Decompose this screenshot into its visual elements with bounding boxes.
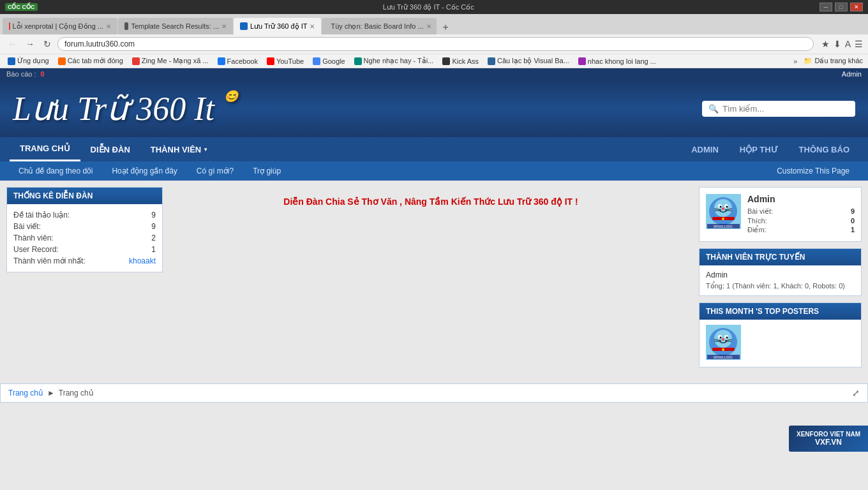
stats-row-3: Thành viên: 2 <box>13 232 156 244</box>
site-header: Lưu Trữ 360 It 😊 🔍 <box>0 80 868 137</box>
refresh-btn[interactable]: ↻ <box>41 38 54 50</box>
online-count: Tổng: 1 (Thành viên: 1, Khách: 0, Robots… <box>706 282 855 290</box>
bookmark-more[interactable]: » <box>793 57 797 65</box>
breadcrumb-home[interactable]: Trang chủ <box>8 389 43 397</box>
settings-icon[interactable]: ☰ <box>855 39 863 49</box>
admin-stat-label-1: Bài viết: <box>747 207 773 216</box>
avatar-image: MR09112001 <box>706 194 741 229</box>
admin-stat-bai-viet: Bài viết: 9 <box>747 207 855 216</box>
bookmark-favicon-google <box>313 57 320 65</box>
stats-value-1: 9 <box>151 211 156 219</box>
bookmark-vb[interactable]: Câu lạc bộ Visual Ba... <box>485 56 572 66</box>
bookmark-favicon-nhac <box>354 57 362 65</box>
tab-label-2: Template Search Results: ... <box>131 22 219 30</box>
bookmark-fb[interactable]: Facebook <box>215 57 260 66</box>
title-bar-left: CỐC CỐC <box>5 3 38 11</box>
svg-point-6 <box>726 206 728 208</box>
subnav-hoat-dong[interactable]: Hoạt động gần đây <box>103 161 186 181</box>
star-icon[interactable]: ★ <box>821 39 830 49</box>
stats-row-5: Thành viên mới nhất: khoaakt <box>13 255 156 267</box>
tab-3[interactable]: Lưu Trữ 360 độ IT ✕ <box>234 18 321 34</box>
svg-point-29 <box>722 348 724 351</box>
bookmark-label-kick: Kick Ass <box>452 57 479 65</box>
tab-close-2[interactable]: ✕ <box>221 23 227 30</box>
tab-label-3: Lưu Trữ 360 độ IT <box>250 22 307 31</box>
minimize-btn[interactable]: ─ <box>819 3 832 11</box>
bookmark-google[interactable]: Google <box>310 57 347 66</box>
svg-point-23 <box>722 338 724 341</box>
download-icon[interactable]: ⬇ <box>834 39 841 49</box>
bookmark-label-yt: YouTube <box>276 57 304 65</box>
bookmark-zing[interactable]: Zing Me - Mạng xã ... <box>130 56 211 66</box>
nav-thong-bao[interactable]: THÔNG BÁO <box>790 138 858 161</box>
bookmark-kick[interactable]: Kick Ass <box>440 57 481 66</box>
svg-text:MR09112001: MR09112001 <box>714 355 733 359</box>
tab-close-3[interactable]: ✕ <box>310 23 315 30</box>
dropdown-arrow-icon: ▼ <box>203 147 208 152</box>
address-input[interactable] <box>57 37 814 51</box>
subnav-customize[interactable]: Customize This Page <box>768 161 858 181</box>
admin-stats: Bài viết: 9 Thích: 0 Điểm: 1 <box>747 207 855 235</box>
stats-label-2: Bài viết: <box>13 222 41 231</box>
breadcrumb-separator: ► <box>47 389 55 397</box>
new-tab-btn[interactable]: + <box>437 20 453 34</box>
stats-box: THỐNG KÊ DIỄN ĐÀN Đề tài thảo luận: 9 Bà… <box>6 187 163 272</box>
expand-icon[interactable]: ⤢ <box>852 388 860 398</box>
nav-trang-chu[interactable]: TRANG CHỦ <box>10 137 80 161</box>
bookmark-favicon-kick <box>442 57 450 65</box>
top-posters-header: THIS MONTH 'S TOP POSTERS <box>700 303 861 320</box>
nav-dien-dan[interactable]: DIỄN ĐÀN <box>80 137 140 161</box>
bookmark-favicon-vb <box>488 57 495 65</box>
stats-row-4: User Record: 1 <box>13 244 156 255</box>
admin-stat-diem: Điểm: 1 <box>747 225 855 235</box>
bookmark-favicon-yt <box>267 57 274 65</box>
watermark: XENFORO VIET NAM VXF.VN <box>789 426 868 451</box>
tab-label-1: Lỗi xenprotal | Cộng Đồng ... <box>13 22 103 31</box>
admin-card: MR09112001 Admin Bài viết: 9 Thích: 0 <box>699 187 862 242</box>
bookmark-favicon-nhac2 <box>578 57 586 65</box>
watermark-line1: XENFORO VIET NAM <box>797 431 860 438</box>
bookmark-folder[interactable]: 📁 Dấu trang khác <box>804 57 863 65</box>
bookmark-favicon-apps <box>8 57 15 65</box>
svg-text:MR09112001: MR09112001 <box>714 225 733 228</box>
bookmark-favicon-tabs <box>58 57 66 65</box>
back-btn[interactable]: ← <box>5 38 19 50</box>
tab-close-4[interactable]: ✕ <box>426 23 431 30</box>
stats-value-5[interactable]: khoaakt <box>129 256 156 265</box>
search-input[interactable] <box>722 104 849 114</box>
nav-admin[interactable]: ADMIN <box>682 138 728 161</box>
tab-4[interactable]: Tùy chọn: Basic Board Info ... ✕ <box>322 18 437 34</box>
maximize-btn[interactable]: □ <box>835 3 848 11</box>
nav-thanh-vien[interactable]: THÀNH VIÊN ▼ <box>140 137 218 161</box>
forum-page: Báo cáo : 0 Admin Lưu Trữ 360 It 😊 🔍 TRA… <box>0 68 868 451</box>
svg-point-7 <box>722 207 724 210</box>
bookmark-apps[interactable]: Ứng dụng <box>5 56 52 66</box>
tab-close-1[interactable]: ✕ <box>106 23 111 30</box>
nav-hop-thu[interactable]: HỘP THƯ <box>731 138 787 161</box>
close-btn[interactable]: ✕ <box>850 3 863 11</box>
bookmark-nhac[interactable]: Nghe nhạc hay - Tải... <box>352 56 437 66</box>
forward-btn[interactable]: → <box>23 38 37 50</box>
tab-2[interactable]: Template Search Results: ... ✕ <box>118 18 233 34</box>
subnav-co-gi-moi[interactable]: Có gì mới? <box>188 161 243 181</box>
tab-1[interactable]: Lỗi xenprotal | Cộng Đồng ... ✕ <box>3 18 117 34</box>
report-count: 0 <box>41 70 45 78</box>
subnav-tro-giup[interactable]: Trợ giúp <box>244 161 290 181</box>
subnav-theo-doi[interactable]: Chủ đề đang theo dõi <box>10 161 101 181</box>
admin-avatar: MR09112001 <box>706 194 741 229</box>
window-controls[interactable]: ─ □ ✕ <box>819 3 863 11</box>
online-member-name[interactable]: Admin <box>706 271 855 279</box>
bookmark-tabs[interactable]: Các tab mới đóng <box>56 56 126 66</box>
bookmark-favicon-fb <box>218 57 225 65</box>
translate-icon[interactable]: A <box>845 39 851 49</box>
search-icon: 🔍 <box>708 104 719 114</box>
admin-name[interactable]: Admin <box>747 194 855 204</box>
nav-label-thanh-vien: THÀNH VIÊN <box>151 145 201 154</box>
sub-nav: Chủ đề đang theo dõi Hoạt động gần đây C… <box>0 161 868 181</box>
bookmark-favicon-zing <box>132 57 140 65</box>
logo-text: Lưu Trữ 360 It <box>13 91 214 127</box>
stats-label-4: User Record: <box>13 245 59 254</box>
stats-body: Đề tài thảo luận: 9 Bài viết: 9 Thành vi… <box>7 204 162 272</box>
bookmark-nhac2[interactable]: nhac khong loi lang ... <box>576 57 659 66</box>
bookmark-yt[interactable]: YouTube <box>264 57 306 66</box>
